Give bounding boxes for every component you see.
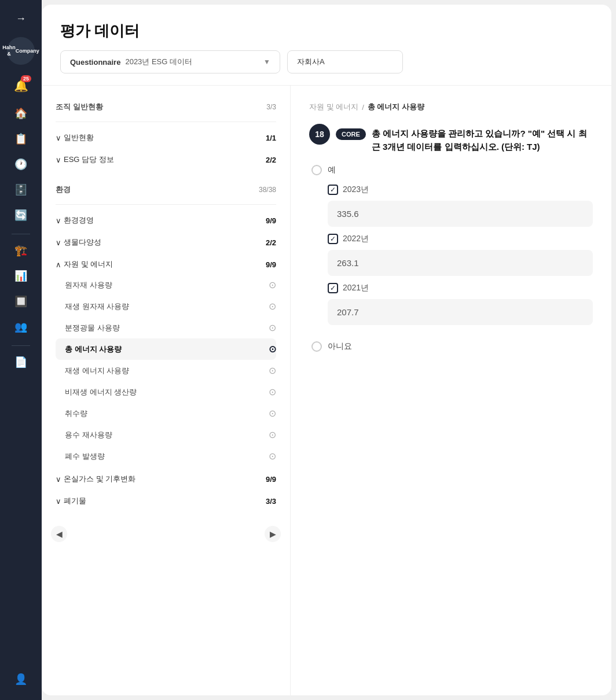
sidebar-item-docs[interactable]: 📄	[9, 351, 32, 374]
questionnaire-label: Questionnaire	[70, 58, 120, 67]
home-icon: 🏠	[14, 107, 27, 120]
answer-section: 예 ✓ 2023년 document.querySelector('[data-…	[309, 165, 593, 352]
nav-divider-env	[56, 204, 276, 205]
header: 평가 데이터 Questionnaire 2023년 ESG 데이터 ▼ 자회사…	[42, 5, 611, 86]
group-count-general: 1/1	[266, 134, 276, 142]
nav-group-waste-header[interactable]: ∨ 폐기물 3/3	[56, 491, 276, 511]
question-header: 18 CORE 총 에너지 사용량을 관리하고 있습니까? "예" 선택 시 최…	[309, 124, 593, 153]
users-icon: 👥	[14, 320, 27, 333]
yes-sub-options: ✓ 2023년 document.querySelector('[data-na…	[311, 185, 593, 332]
checkbox-2022[interactable]: ✓	[328, 234, 338, 244]
chevron-envmgmt-icon: ∨	[56, 216, 61, 225]
refresh-icon: 🔄	[14, 209, 27, 222]
sidebar-item-grid[interactable]: 🔲	[9, 290, 32, 313]
check-icon-total-energy: ⊙	[269, 344, 276, 355]
group-count-esg: 2/2	[266, 156, 276, 164]
scroll-up-arrow[interactable]: ◀	[51, 526, 67, 542]
nav-group-resources: ∧ 자원 및 에너지 9/9 원자재 사용량 ⊙ 재생 원자재 사용량 ⊙	[56, 253, 276, 468]
chevron-resources-icon: ∧	[56, 260, 61, 269]
nav-item-renewable-energy[interactable]: 재생 에너지 사용량 ⊙	[56, 360, 276, 381]
sidebar-item-database[interactable]: 🗄️	[9, 178, 32, 201]
subsidiary-selector[interactable]: 자회사A	[287, 50, 403, 73]
nav-item-wastewater[interactable]: 폐수 발생량 ⊙	[56, 445, 276, 467]
nav-group-biodiversity: ∨ 생물다양성 2/2	[56, 231, 276, 253]
group-toggle-biodiversity: ∨ 생물다양성	[56, 237, 101, 248]
year-2021-label: 2021년	[343, 283, 369, 293]
docs-icon: 📄	[14, 356, 27, 369]
group-count-biodiversity: 2/2	[266, 238, 276, 247]
nav-item-non-renewable[interactable]: 비재생 에너지 생산량 ⊙	[56, 381, 276, 403]
nav-group-envmgmt-header[interactable]: ∨ 환경경영 9/9	[56, 211, 276, 230]
nav-item-water-intake[interactable]: 취수량 ⊙	[56, 403, 276, 424]
questionnaire-selector[interactable]: Questionnaire 2023년 ESG 데이터 ▼	[60, 50, 280, 73]
nav-item-conflict-mineral[interactable]: 분쟁광물 사용량 ⊙	[56, 317, 276, 338]
sidebar-item-home[interactable]: 🏠	[9, 102, 32, 125]
list-icon: 📋	[14, 132, 27, 145]
group-count-waste: 3/3	[266, 497, 276, 506]
input-2021[interactable]	[328, 299, 593, 325]
section-count-env: 38/38	[259, 186, 276, 194]
nav-item-recycled-material[interactable]: 재생 원자재 사용량 ⊙	[56, 296, 276, 317]
item-label-water-reuse: 용수 재사용량	[65, 430, 112, 440]
section-name-env: 환경	[56, 185, 71, 195]
checkbox-row-2021: ✓ 2021년	[328, 283, 593, 293]
item-label-non-renewable: 비재생 에너지 생산량	[65, 387, 137, 397]
sidebar-item-chart[interactable]: 📊	[9, 264, 32, 288]
sidebar-item-list[interactable]: 📋	[9, 127, 32, 150]
grid-icon: 🔲	[14, 295, 27, 308]
sidebar-item-refresh[interactable]: 🔄	[9, 204, 32, 227]
item-label-renewable: 재생 에너지 사용량	[65, 366, 129, 376]
database-icon: 🗄️	[14, 183, 27, 196]
notification-button[interactable]: 🔔 25	[9, 74, 32, 97]
group-count-resources: 9/9	[266, 260, 276, 269]
nav-group-resources-header[interactable]: ∧ 자원 및 에너지 9/9	[56, 255, 276, 274]
panel-bottom-nav: ◀ ▶	[42, 521, 290, 547]
breadcrumb: 자원 및 에너지 / 총 에너지 사용량	[309, 102, 593, 112]
radio-no[interactable]	[311, 341, 322, 352]
core-badge: CORE	[336, 128, 366, 140]
input-2023[interactable]	[328, 201, 593, 227]
group-count-ghg: 9/9	[266, 475, 276, 484]
item-label-conflict: 분쟁광물 사용량	[65, 323, 120, 333]
question-block: 18 CORE 총 에너지 사용량을 관리하고 있습니까? "예" 선택 시 최…	[309, 124, 593, 352]
check-icon-recycled: ⊙	[269, 301, 276, 312]
sidebar-item-building[interactable]: 🏗️	[9, 239, 32, 262]
sidebar-item-history[interactable]: 🕐	[9, 153, 32, 176]
check-icon-non-renewable: ⊙	[269, 386, 276, 397]
nav-group-waste: ∨ 폐기물 3/3	[56, 490, 276, 512]
sidebar-item-profile[interactable]: 👤	[9, 668, 32, 691]
checkbox-2023[interactable]: ✓	[328, 185, 338, 195]
input-2022[interactable]	[328, 250, 593, 276]
clock-icon: 🕐	[14, 158, 27, 171]
sidebar-logo: Hahn &Company	[7, 37, 35, 65]
chevron-ghg-icon: ∨	[56, 475, 61, 484]
nav-group-ghg-header[interactable]: ∨ 온실가스 및 기후변화 9/9	[56, 469, 276, 489]
sidebar-item-users[interactable]: 👥	[9, 315, 32, 338]
nav-item-total-energy[interactable]: 총 에너지 사용량 ⊙	[56, 338, 276, 360]
nav-group-biodiversity-header[interactable]: ∨ 생물다양성 2/2	[56, 233, 276, 252]
chevron-right-icon: ∨	[56, 134, 61, 142]
option-no[interactable]: 아니요	[311, 341, 593, 352]
nav-group-general: ∨ 일반현황 1/1	[56, 127, 276, 149]
check-icon-water-intake: ⊙	[269, 408, 276, 419]
right-content-panel: 자원 및 에너지 / 총 에너지 사용량 18 CORE 총 에너지 사용량을 …	[291, 86, 611, 695]
option-yes[interactable]: 예	[311, 165, 593, 175]
nav-item-water-reuse[interactable]: 용수 재사용량 ⊙	[56, 424, 276, 445]
item-label-water-intake: 취수량	[65, 408, 87, 419]
check-icon-raw: ⊙	[269, 279, 276, 290]
page-title: 평가 데이터	[60, 21, 593, 41]
nav-group-general-header[interactable]: ∨ 일반현황 1/1	[56, 128, 276, 148]
nav-group-esg-header[interactable]: ∨ ESG 담당 정보 2/2	[56, 150, 276, 170]
group-toggle-esg: ∨ ESG 담당 정보	[56, 154, 114, 165]
sidebar-divider	[12, 234, 30, 234]
subsidiary-value: 자회사A	[297, 57, 325, 66]
chevron-biodiversity-icon: ∨	[56, 238, 61, 247]
nav-divider	[56, 121, 276, 122]
checkbox-2021[interactable]: ✓	[328, 283, 338, 293]
scroll-down-arrow[interactable]: ▶	[265, 526, 281, 542]
sidebar-toggle[interactable]: →	[9, 7, 32, 30]
radio-yes[interactable]	[311, 165, 322, 175]
nav-group-esg: ∨ ESG 담당 정보 2/2	[56, 149, 276, 171]
nav-item-raw-material[interactable]: 원자재 사용량 ⊙	[56, 274, 276, 296]
question-text: 총 에너지 사용량을 관리하고 있습니까? "예" 선택 시 최근 3개년 데이…	[372, 127, 593, 153]
